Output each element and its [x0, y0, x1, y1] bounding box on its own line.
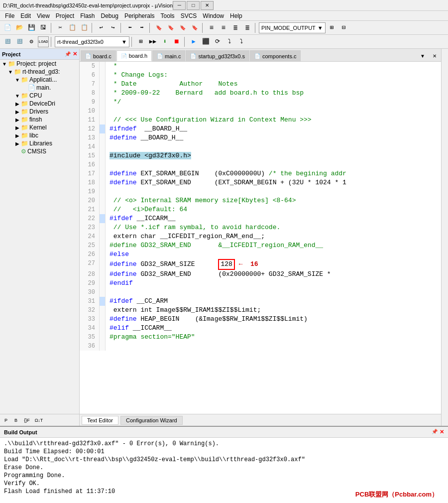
tree-finsh[interactable]: ▶ 📁 finsh — [0, 116, 79, 124]
expand-root[interactable]: ▼ — [1, 61, 8, 67]
tab-list-btn[interactable]: ▼ — [417, 50, 428, 61]
tab-components[interactable]: 📄 components.c — [250, 50, 301, 61]
debug-start-btn[interactable]: ▶ — [188, 36, 199, 47]
tree-devicedri[interactable]: ▶ 📁 DeviceDri — [0, 100, 79, 108]
lb-func-btn[interactable]: {}F — [22, 416, 32, 424]
back-btn[interactable]: ⬅ — [124, 22, 135, 33]
lb-b-btn[interactable]: B — [12, 416, 20, 424]
download-btn[interactable]: ⬇ — [159, 36, 170, 47]
tab-config-wizard[interactable]: Configuration Wizard — [120, 416, 183, 425]
target-arrow[interactable]: ▼ — [121, 39, 127, 45]
menu-flash[interactable]: Flash — [77, 12, 98, 20]
tb2-btn2[interactable]: 🔢 — [14, 36, 25, 47]
expand-kernel[interactable]: ▶ — [14, 125, 21, 130]
expand-main[interactable]: ▶ — [21, 85, 28, 91]
code-editor[interactable]: 5 * 6 * Change Logs: 7 * Date Author Not… — [80, 62, 441, 414]
build-close-icon[interactable]: ✕ — [440, 429, 444, 435]
outdent-btn[interactable]: ≡ — [218, 22, 229, 33]
menu-edit[interactable]: Edit — [17, 12, 34, 20]
menu-tools[interactable]: Tools — [158, 12, 178, 20]
maximize-button[interactable]: □ — [187, 1, 200, 10]
menu-view[interactable]: View — [34, 12, 53, 20]
paste-btn[interactable]: 📋 — [79, 22, 90, 33]
expand-finsh[interactable]: ▶ — [14, 117, 21, 123]
line-num-12: 12 — [80, 125, 100, 133]
indent-btn[interactable]: ≡ — [206, 22, 217, 33]
lb-templ-btn[interactable]: Ω↓T — [34, 416, 44, 424]
debug-stop-btn[interactable]: ⬛ — [200, 36, 211, 47]
menu-project[interactable]: Project — [53, 12, 77, 20]
line-num-13: 13 — [80, 133, 100, 142]
build-target-btn[interactable]: ⊞ — [135, 36, 146, 47]
expand-cmsis[interactable]: ▶ — [14, 149, 21, 154]
bookmark4-btn[interactable]: 🔖 — [189, 22, 200, 33]
expand-devicedri[interactable]: ▶ — [14, 101, 21, 107]
target-dropdown[interactable]: rt-thread_gd32f3x0 ▼ — [55, 36, 129, 47]
project-panel-close[interactable]: ✕ — [73, 51, 77, 57]
menu-help[interactable]: Help — [227, 12, 245, 20]
cut-btn[interactable]: ✂ — [55, 22, 66, 33]
tree-libc[interactable]: ▶ 📁 libc — [0, 131, 79, 139]
fwd-btn[interactable]: ➡ — [136, 22, 147, 33]
stop-btn[interactable]: ⏹ — [171, 36, 182, 47]
tree-libraries[interactable]: ▶ 📁 Libraries — [0, 139, 79, 147]
tree-root[interactable]: ▼ 📁 Project: project — [0, 60, 79, 68]
expand-cpu[interactable]: ▼ — [14, 93, 21, 99]
tree-drivers[interactable]: ▶ 📁 Drivers — [0, 108, 79, 116]
tab-text-editor[interactable]: Text Editor — [82, 416, 118, 425]
bookmark3-btn[interactable]: 🔖 — [177, 22, 188, 33]
pin-mode-arrow[interactable]: ▼ — [318, 25, 323, 31]
undo-btn[interactable]: ↩ — [96, 22, 107, 33]
tree-libraries-label: Libraries — [29, 140, 52, 147]
lb-proj-btn[interactable]: P — [2, 416, 10, 424]
tb2-btn1[interactable]: 🔢 — [2, 36, 13, 47]
minimize-button[interactable]: ─ — [173, 1, 186, 10]
expand-libraries[interactable]: ▶ — [14, 141, 21, 146]
expand-app[interactable]: ▼ — [14, 77, 21, 83]
pin-btn2[interactable]: ⊟ — [338, 22, 349, 33]
debug-reset-btn[interactable]: ⟳ — [212, 36, 223, 47]
tree-application[interactable]: ▼ 📁 Applicati... — [0, 76, 79, 84]
bookmark2-btn[interactable]: 🔖 — [165, 22, 176, 33]
tab-close-btn[interactable]: ✕ — [429, 50, 440, 61]
tab-board-c[interactable]: 📄 board.c — [81, 50, 116, 61]
new-file-btn[interactable]: 📄 — [2, 22, 13, 33]
uncomment-btn[interactable]: ≣ — [242, 22, 253, 33]
pin-mode-dropdown[interactable]: PIN_MODE_OUTPUT ▼ — [259, 22, 326, 33]
tb2-load[interactable]: LOAD — [38, 36, 49, 47]
open-btn[interactable]: 📂 — [14, 22, 25, 33]
copy-btn[interactable]: 📋 — [67, 22, 78, 33]
pin-btn1[interactable]: ⊞ — [327, 22, 337, 33]
tab-board-h[interactable]: 📄 board.h — [116, 50, 152, 61]
tree-main[interactable]: ▶ 📄 main. — [0, 84, 79, 92]
build-pin-icon[interactable]: 📌 — [432, 429, 438, 435]
menu-debug[interactable]: Debug — [98, 12, 121, 20]
tab-startup[interactable]: 📄 startup_gd32f3x0.s — [186, 50, 249, 61]
comment-btn[interactable]: ≣ — [230, 22, 241, 33]
expand-drivers[interactable]: ▶ — [14, 109, 21, 115]
expand-rtthread[interactable]: ▼ — [7, 69, 14, 75]
expand-libc[interactable]: ▶ — [14, 133, 21, 138]
debug-stepover-btn[interactable]: ⤵ — [236, 36, 247, 47]
menu-peripherals[interactable]: Peripherals — [121, 12, 158, 20]
right-scrollbar[interactable] — [441, 49, 448, 426]
tree-rtthread[interactable]: ▼ 📁 rt-thread_gd3: — [0, 68, 79, 76]
bookmark1-btn[interactable]: 🔖 — [153, 22, 164, 33]
tree-cmsis-label: CMSIS — [27, 148, 46, 155]
save-btn[interactable]: 💾 — [26, 22, 37, 33]
tb2-settings[interactable]: ⚙ — [26, 36, 37, 47]
redo-btn[interactable]: ↪ — [108, 22, 118, 33]
tree-kernel[interactable]: ▶ 📁 Kernel — [0, 124, 79, 131]
save-all-btn[interactable]: 🖫 — [38, 22, 49, 33]
tree-cpu[interactable]: ▼ 📁 CPU — [0, 92, 79, 100]
project-panel-pin[interactable]: 📌 — [65, 51, 71, 57]
line-content-30 — [106, 288, 441, 297]
menu-window[interactable]: Window — [200, 12, 227, 20]
rebuild-btn[interactable]: ▶▶ — [147, 36, 158, 47]
menu-svcs[interactable]: SVCS — [178, 12, 200, 20]
tree-cmsis[interactable]: ▶ ⚙ CMSIS — [0, 147, 79, 155]
tab-main-c[interactable]: 📄 main.c — [152, 50, 185, 61]
close-button[interactable]: ✕ — [201, 1, 214, 10]
debug-step-btn[interactable]: ⤵ — [224, 36, 235, 47]
menu-file[interactable]: File — [2, 12, 17, 20]
